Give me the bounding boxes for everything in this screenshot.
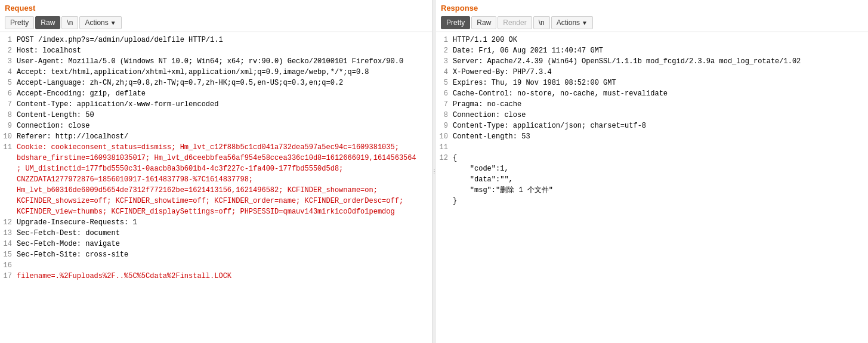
request-raw-button[interactable]: Raw [35,16,60,29]
line-content: Referer: http://localhost/ [17,131,432,142]
line-number [436,174,453,185]
line-number: 11 [0,142,17,153]
line-number: 5 [0,78,17,88]
line-number [0,206,17,217]
response-render-button[interactable]: Render [498,16,532,29]
request-panel: Request Pretty Raw \n Actions ▼ 1POST /i… [0,0,433,343]
request-pretty-button[interactable]: Pretty [5,16,34,29]
line-number [436,185,453,196]
response-header: Response Pretty Raw Render \n Actions ▼ [436,0,868,32]
response-pretty-button[interactable]: Pretty [441,16,470,29]
line-number [0,185,17,196]
table-row: "msg":"删除 1 个文件" [436,185,868,196]
request-title: Request [5,4,427,13]
table-row: 4Accept: text/html,application/xhtml+xml… [0,67,432,78]
line-content: X-Powered-By: PHP/7.3.4 [453,67,868,78]
line-number: 14 [0,239,17,249]
line-content: Content-Length: 53 [453,131,868,142]
line-content: Connection: close [17,120,432,131]
line-number: 4 [0,67,17,78]
table-row: 8Content-Length: 50 [0,110,432,120]
line-content: Sec-Fetch-Mode: navigate [17,239,432,249]
response-raw-button[interactable]: Raw [471,16,496,29]
response-actions-button[interactable]: Actions ▼ [551,16,593,29]
line-content: Expires: Thu, 19 Nov 1981 08:52:00 GMT [453,78,868,88]
line-number: 2 [436,45,453,56]
table-row: 1POST /index.php?s=/admin/upload/delfile… [0,35,432,45]
line-number: 9 [0,120,17,131]
line-content: POST /index.php?s=/admin/upload/delfile … [17,35,432,45]
table-row: ; UM_distinctid=177fbd5550c31-0aacb8a3b6… [0,163,432,174]
response-title: Response [441,4,863,13]
line-number: 10 [436,131,453,142]
table-row: 14Sec-Fetch-Mode: navigate [0,239,432,249]
line-content: Server: Apache/2.4.39 (Win64) OpenSSL/1.… [453,56,868,67]
table-row: 5Accept-Language: zh-CN,zh;q=0.8,zh-TW;q… [0,78,432,88]
request-header: Request Pretty Raw \n Actions ▼ [0,0,432,32]
line-number: 8 [0,110,17,120]
line-content: Cache-Control: no-store, no-cache, must-… [453,88,868,99]
table-row: 2Host: localhost [0,45,432,56]
table-row: } [436,196,868,206]
line-content: Cookie: cookieconsent_status=dismiss; Hm… [17,142,432,153]
line-content: "data":"", [453,174,868,185]
line-number [0,196,17,206]
line-number: 8 [436,110,453,120]
line-content: CNZZDATA1277972876=1856010917-1614837798… [17,174,432,185]
line-content [453,142,868,153]
table-row: 5Expires: Thu, 19 Nov 1981 08:52:00 GMT [436,78,868,88]
table-row: "data":"", [436,174,868,185]
line-content: bdshare_firstime=1609381035017; Hm_lvt_d… [17,153,432,163]
line-content: Hm_lvt_b60316de6009d5654de7312f772162be=… [17,185,432,196]
line-number [0,153,17,163]
line-number: 13 [0,228,17,239]
line-content: Accept: text/html,application/xhtml+xml,… [17,67,432,78]
table-row: 16 [0,260,432,271]
table-row: 9Connection: close [0,120,432,131]
line-number: 10 [0,131,17,142]
table-row: KCFINDER_showsize=off; KCFINDER_showtime… [0,196,432,206]
line-number: 5 [436,78,453,88]
line-content: KCFINDER_showsize=off; KCFINDER_showtime… [17,196,432,206]
line-content: Host: localhost [17,45,432,56]
chevron-down-icon: ▼ [582,20,588,26]
line-content: Pragma: no-cache [453,99,868,110]
table-row: 6Cache-Control: no-store, no-cache, must… [436,88,868,99]
table-row: 1HTTP/1.1 200 OK [436,35,868,45]
line-number: 3 [436,56,453,67]
line-content: { [453,153,868,163]
request-toolbar: Pretty Raw \n Actions ▼ [5,16,427,29]
line-number: 1 [0,35,17,45]
line-content: Upgrade-Insecure-Requests: 1 [17,217,432,228]
line-number [0,174,17,185]
line-number: 6 [0,88,17,99]
line-number: 1 [436,35,453,45]
table-row: 10Referer: http://localhost/ [0,131,432,142]
table-row: 9Content-Type: application/json; charset… [436,120,868,131]
line-content: } [453,196,868,206]
line-content: Sec-Fetch-Dest: document [17,228,432,239]
line-content: ; UM_distinctid=177fbd5550c31-0aacb8a3b6… [17,163,432,174]
line-number: 9 [436,120,453,131]
line-content: User-Agent: Mozilla/5.0 (Windows NT 10.0… [17,56,432,67]
line-content: Content-Length: 50 [17,110,432,120]
table-row: 6Accept-Encoding: gzip, deflate [0,88,432,99]
request-newline-button[interactable]: \n [61,16,78,29]
line-content: Accept-Language: zh-CN,zh;q=0.8,zh-TW;q=… [17,78,432,88]
request-actions-button[interactable]: Actions ▼ [79,16,121,29]
response-content[interactable]: 1HTTP/1.1 200 OK2Date: Fri, 06 Aug 2021 … [436,32,868,343]
table-row: 10Content-Length: 53 [436,131,868,142]
request-content[interactable]: 1POST /index.php?s=/admin/upload/delfile… [0,32,432,343]
table-row: 15Sec-Fetch-Site: cross-site [0,249,432,260]
response-panel: Response Pretty Raw Render \n Actions ▼ … [436,0,868,343]
table-row: 2Date: Fri, 06 Aug 2021 11:40:47 GMT [436,45,868,56]
table-row: 3User-Agent: Mozilla/5.0 (Windows NT 10.… [0,56,432,67]
response-newline-button[interactable]: \n [533,16,550,29]
line-number [436,163,453,174]
response-toolbar: Pretty Raw Render \n Actions ▼ [441,16,863,29]
table-row: 3Server: Apache/2.4.39 (Win64) OpenSSL/1… [436,56,868,67]
line-number: 12 [436,153,453,163]
line-content: Content-Type: application/json; charset=… [453,120,868,131]
table-row: 7Pragma: no-cache [436,99,868,110]
table-row: 8Connection: close [436,110,868,120]
